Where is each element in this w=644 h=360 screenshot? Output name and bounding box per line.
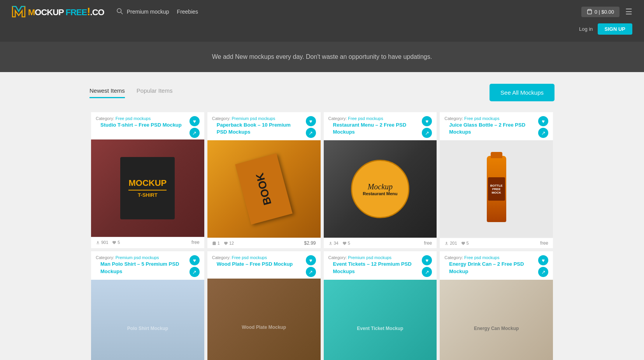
card-title[interactable]: Energy Drink Can – 2 Free PSD Mockup [444,260,538,278]
likes-stat: 5 [461,241,469,245]
share-button[interactable]: ↗ [190,128,200,138]
sub-header: Log in SIGN UP [0,23,644,42]
card-top: Category: Free psd mockups Wood Plate – … [207,251,321,279]
card-category: Category: Free psd mockups [444,116,538,121]
cart-label: 0 | $0.00 [595,9,614,15]
card-image-menu[interactable]: Mockup Restaurant Menu [324,140,437,238]
logo[interactable]: MOCKUP FREE!.CO [12,5,104,18]
svg-line-2 [121,12,123,14]
likes-stat: 5 [112,240,120,245]
item-card-energy: Category: Free psd mockups Energy Drink … [440,251,553,360]
menu-button[interactable]: ☰ [625,7,632,16]
price-tag: free [424,240,432,246]
card-actions: ♥ ↗ [422,116,432,138]
card-title[interactable]: Paperback Book – 10 Premium PSD Mockups [212,121,306,139]
card-actions: ♥ ↗ [190,255,200,277]
share-button[interactable]: ↗ [190,267,200,277]
downloads-stat: 34 [328,241,339,245]
item-card-ticket: Category: Premium psd mockups Event Tick… [324,251,437,360]
card-image-book[interactable]: BOOK [207,140,321,238]
card-image-energy[interactable]: Energy Can Mockup [440,280,553,360]
card-title[interactable]: Restaurant Menu – 2 Free PSD Mockups [328,121,422,139]
likes-stat: 12 [224,241,234,245]
price-tag: free [191,240,200,245]
item-card-tshirt: Category: Free psd mockups Studio T-shir… [91,112,204,248]
card-category: Category: Free psd mockups [212,255,298,260]
banner: We add New mockups every day. Don't wast… [0,42,644,72]
share-button[interactable]: ↗ [538,128,548,138]
share-button[interactable]: ↗ [306,128,316,138]
card-actions: ♥ ↗ [306,255,316,277]
card-title[interactable]: Studio T-shirt – Free PSD Mockup [96,121,186,132]
tabs-row: Newest Items Popular Items See All Mocku… [89,84,555,101]
items-grid: Category: Free psd mockups Studio T-shir… [89,111,555,360]
logo-dot: ! [87,5,90,18]
share-button[interactable]: ↗ [422,267,432,277]
card-title[interactable]: Event Tickets – 12 Premium PSD Mockups [328,260,422,278]
card-top: Category: Free psd mockups Restaurant Me… [324,112,437,140]
card-actions: ♥ ↗ [422,255,432,277]
item-card-bottle: Category: Free psd mockups Juice Glass B… [440,112,553,248]
card-footer: 34 5 free [324,238,437,248]
card-category: Category: Free psd mockups [444,255,538,260]
logo-text-free: FREE [66,7,87,17]
card-image-bottle[interactable]: BOTTLEFREEMOCK [440,140,553,238]
card-stats: 201 5 [444,241,469,245]
card-top: Category: Premium psd mockups Paperback … [207,112,321,140]
price-tag: $2.99 [304,240,316,246]
card-top: Category: Premium psd mockups Event Tick… [324,251,437,279]
favorite-button[interactable]: ♥ [190,255,200,265]
cart-button[interactable]: 0 | $0.00 [581,7,619,17]
favorite-button[interactable]: ♥ [538,255,548,265]
share-button[interactable]: ↗ [306,267,316,277]
card-image-tshirt[interactable]: MOCKUP T-SHIRT [91,139,204,237]
card-actions: ♥ ↗ [538,255,548,277]
card-category: Category: Premium psd mockups [328,255,422,260]
share-button[interactable]: ↗ [538,267,548,277]
card-title[interactable]: Wood Plate – Free PSD Mockup [212,260,298,271]
card-category: Category: Free psd mockups [328,116,422,121]
site-header: MOCKUP FREE!.CO Premium mockup Freebies … [0,0,644,23]
card-title[interactable]: Man Polo Shirt – 5 Premium PSD Mockups [96,260,190,278]
card-actions: ♥ ↗ [538,116,548,138]
card-actions: ♥ ↗ [306,116,316,138]
header-right: 0 | $0.00 ☰ [581,7,632,17]
card-footer: 901 5 free [91,237,204,247]
login-link[interactable]: Log in [579,26,593,32]
card-category: Category: Free psd mockups [96,116,186,121]
main-content: Newest Items Popular Items See All Mocku… [0,72,644,360]
card-footer: 201 5 free [440,238,553,248]
card-image-wood[interactable]: Wood Plate Mockup [207,279,321,360]
nav-premium-mockup[interactable]: Premium mockup [127,9,169,15]
logo-text-co: .CO [90,7,104,17]
card-image-ticket[interactable]: Event Ticket Mockup [324,280,437,360]
tab-popular[interactable]: Popular Items [137,87,173,98]
favorite-button[interactable]: ♥ [422,116,432,126]
card-stats: 34 5 [328,241,350,245]
favorite-button[interactable]: ♥ [306,255,316,265]
downloads-stat: 901 [96,240,108,245]
favorite-button[interactable]: ♥ [306,116,316,126]
logo-text-mockup: MOCKUP [28,7,66,17]
price-tag: free [540,240,548,246]
signup-button[interactable]: SIGN UP [598,23,632,35]
card-top: Category: Free psd mockups Energy Drink … [440,251,553,279]
favorite-button[interactable]: ♥ [422,255,432,265]
card-title[interactable]: Juice Glass Bottle – 2 Free PSD Mockups [444,121,538,139]
favorite-button[interactable]: ♥ [538,116,548,126]
card-stats: 1 12 [212,241,234,245]
favorite-button[interactable]: ♥ [190,116,200,126]
search-button[interactable] [116,7,123,16]
share-button[interactable]: ↗ [422,128,432,138]
main-nav: Premium mockup Freebies [127,9,198,15]
card-top: Category: Premium psd mockups Man Polo S… [91,251,204,279]
see-all-button[interactable]: See All Mockups [490,84,555,101]
nav-freebies[interactable]: Freebies [177,9,198,15]
card-actions: ♥ ↗ [190,116,200,138]
banner-text: We add New mockups every day. Don't wast… [8,53,636,60]
card-category: Category: Premium psd mockups [212,116,306,121]
card-image-polo[interactable]: Polo Shirt Mockup [91,280,204,360]
tab-newest[interactable]: Newest Items [89,87,125,98]
likes-stat: 5 [342,241,350,245]
card-stats: 901 5 [96,240,120,245]
